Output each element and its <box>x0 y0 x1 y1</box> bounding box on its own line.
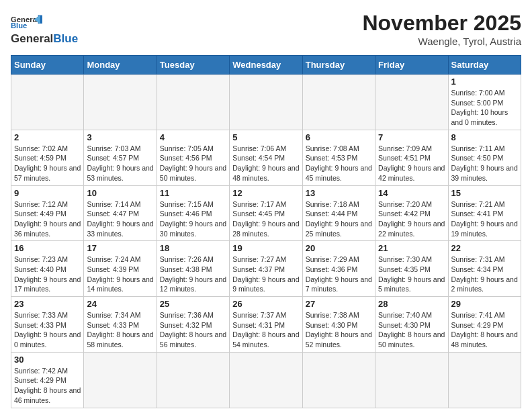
calendar-cell: 25Sunrise: 7:36 AM Sunset: 4:32 PM Dayli… <box>157 297 229 353</box>
calendar-cell: 23Sunrise: 7:33 AM Sunset: 4:33 PM Dayli… <box>11 297 84 353</box>
day-number: 5 <box>232 132 299 142</box>
day-number: 20 <box>306 243 372 253</box>
day-number: 25 <box>160 299 226 309</box>
day-number: 18 <box>160 243 226 253</box>
weekday-header-row: SundayMondayTuesdayWednesdayThursdayFrid… <box>11 56 521 75</box>
day-number: 1 <box>451 77 518 87</box>
day-info: Sunrise: 7:18 AM Sunset: 4:44 PM Dayligh… <box>306 199 372 239</box>
calendar-cell <box>375 75 448 130</box>
calendar-cell: 10Sunrise: 7:14 AM Sunset: 4:47 PM Dayli… <box>84 185 157 241</box>
calendar-cell: 29Sunrise: 7:41 AM Sunset: 4:29 PM Dayli… <box>448 297 521 353</box>
location-title: Waengle, Tyrol, Austria <box>362 36 521 47</box>
calendar-cell: 12Sunrise: 7:17 AM Sunset: 4:45 PM Dayli… <box>230 185 302 241</box>
day-number: 19 <box>232 243 299 253</box>
day-info: Sunrise: 7:42 AM Sunset: 4:29 PM Dayligh… <box>14 366 81 406</box>
day-info: Sunrise: 7:33 AM Sunset: 4:33 PM Dayligh… <box>14 310 81 350</box>
calendar-cell <box>375 352 448 408</box>
day-number: 22 <box>451 243 518 253</box>
day-number: 10 <box>87 188 153 198</box>
day-info: Sunrise: 7:27 AM Sunset: 4:37 PM Dayligh… <box>232 255 299 294</box>
svg-text:Blue: Blue <box>11 21 27 30</box>
calendar-cell: 19Sunrise: 7:27 AM Sunset: 4:37 PM Dayli… <box>230 241 302 297</box>
calendar-table: SundayMondayTuesdayWednesdayThursdayFrid… <box>11 55 521 408</box>
day-number: 24 <box>87 299 153 309</box>
calendar-cell: 22Sunrise: 7:31 AM Sunset: 4:34 PM Dayli… <box>448 241 521 297</box>
day-info: Sunrise: 7:29 AM Sunset: 4:36 PM Dayligh… <box>306 255 372 294</box>
weekday-friday: Friday <box>375 56 448 75</box>
day-info: Sunrise: 7:17 AM Sunset: 4:45 PM Dayligh… <box>232 199 299 239</box>
day-info: Sunrise: 7:08 AM Sunset: 4:53 PM Dayligh… <box>306 144 372 183</box>
calendar-cell: 20Sunrise: 7:29 AM Sunset: 4:36 PM Dayli… <box>302 241 375 297</box>
calendar-cell: 11Sunrise: 7:15 AM Sunset: 4:46 PM Dayli… <box>157 185 229 241</box>
day-number: 6 <box>306 132 372 142</box>
logo-icon: General Blue <box>11 12 44 31</box>
calendar-cell: 6Sunrise: 7:08 AM Sunset: 4:53 PM Daylig… <box>302 130 375 185</box>
calendar-cell <box>157 352 229 408</box>
day-number: 11 <box>160 188 226 198</box>
calendar-cell: 1Sunrise: 7:00 AM Sunset: 5:00 PM Daylig… <box>448 75 521 130</box>
calendar-cell: 30Sunrise: 7:42 AM Sunset: 4:29 PM Dayli… <box>11 352 84 408</box>
day-number: 16 <box>14 243 81 253</box>
day-number: 26 <box>232 299 299 309</box>
calendar-cell: 7Sunrise: 7:09 AM Sunset: 4:51 PM Daylig… <box>375 130 448 185</box>
weekday-sunday: Sunday <box>11 56 84 75</box>
calendar-cell <box>157 75 229 130</box>
calendar-cell: 3Sunrise: 7:03 AM Sunset: 4:57 PM Daylig… <box>84 130 157 185</box>
day-number: 4 <box>160 132 226 142</box>
day-info: Sunrise: 7:05 AM Sunset: 4:56 PM Dayligh… <box>160 144 226 183</box>
calendar-cell: 4Sunrise: 7:05 AM Sunset: 4:56 PM Daylig… <box>157 130 229 185</box>
day-info: Sunrise: 7:24 AM Sunset: 4:39 PM Dayligh… <box>87 255 153 294</box>
day-info: Sunrise: 7:40 AM Sunset: 4:30 PM Dayligh… <box>378 310 445 350</box>
day-number: 3 <box>87 132 153 142</box>
calendar-cell: 13Sunrise: 7:18 AM Sunset: 4:44 PM Dayli… <box>302 185 375 241</box>
day-info: Sunrise: 7:37 AM Sunset: 4:31 PM Dayligh… <box>232 310 299 350</box>
month-title: November 2025 <box>362 11 521 36</box>
calendar-cell <box>84 352 157 408</box>
day-info: Sunrise: 7:38 AM Sunset: 4:30 PM Dayligh… <box>306 310 372 350</box>
calendar-cell: 14Sunrise: 7:20 AM Sunset: 4:42 PM Dayli… <box>375 185 448 241</box>
weekday-wednesday: Wednesday <box>230 56 302 75</box>
day-number: 27 <box>306 299 372 309</box>
logo: General Blue General Blue <box>11 11 78 46</box>
day-number: 9 <box>14 188 81 198</box>
weekday-tuesday: Tuesday <box>157 56 229 75</box>
calendar-cell <box>302 75 375 130</box>
calendar-cell: 18Sunrise: 7:26 AM Sunset: 4:38 PM Dayli… <box>157 241 229 297</box>
calendar-cell <box>448 352 521 408</box>
day-number: 13 <box>306 188 372 198</box>
day-number: 2 <box>14 132 81 142</box>
day-info: Sunrise: 7:34 AM Sunset: 4:33 PM Dayligh… <box>87 310 153 350</box>
day-number: 8 <box>451 132 518 142</box>
calendar-cell <box>230 75 302 130</box>
day-info: Sunrise: 7:03 AM Sunset: 4:57 PM Dayligh… <box>87 144 153 183</box>
calendar-cell: 8Sunrise: 7:11 AM Sunset: 4:50 PM Daylig… <box>448 130 521 185</box>
day-number: 29 <box>451 299 518 309</box>
day-info: Sunrise: 7:09 AM Sunset: 4:51 PM Dayligh… <box>378 144 445 183</box>
day-number: 14 <box>378 188 445 198</box>
day-info: Sunrise: 7:31 AM Sunset: 4:34 PM Dayligh… <box>451 255 518 294</box>
calendar-cell: 2Sunrise: 7:02 AM Sunset: 4:59 PM Daylig… <box>11 130 84 185</box>
day-info: Sunrise: 7:26 AM Sunset: 4:38 PM Dayligh… <box>160 255 226 294</box>
day-info: Sunrise: 7:21 AM Sunset: 4:41 PM Dayligh… <box>451 199 518 239</box>
calendar-week-2: 2Sunrise: 7:02 AM Sunset: 4:59 PM Daylig… <box>11 130 521 185</box>
page-header: General Blue General Blue November 2025 … <box>11 11 521 47</box>
day-number: 21 <box>378 243 445 253</box>
logo-general: General <box>11 32 53 46</box>
day-info: Sunrise: 7:20 AM Sunset: 4:42 PM Dayligh… <box>378 199 445 239</box>
day-number: 15 <box>451 188 518 198</box>
day-info: Sunrise: 7:15 AM Sunset: 4:46 PM Dayligh… <box>160 199 226 239</box>
day-number: 23 <box>14 299 81 309</box>
day-number: 12 <box>232 188 299 198</box>
weekday-monday: Monday <box>84 56 157 75</box>
day-info: Sunrise: 7:11 AM Sunset: 4:50 PM Dayligh… <box>451 144 518 183</box>
calendar-cell: 24Sunrise: 7:34 AM Sunset: 4:33 PM Dayli… <box>84 297 157 353</box>
day-info: Sunrise: 7:14 AM Sunset: 4:47 PM Dayligh… <box>87 199 153 239</box>
day-number: 17 <box>87 243 153 253</box>
day-number: 28 <box>378 299 445 309</box>
day-info: Sunrise: 7:06 AM Sunset: 4:54 PM Dayligh… <box>232 144 299 183</box>
calendar-cell: 21Sunrise: 7:30 AM Sunset: 4:35 PM Dayli… <box>375 241 448 297</box>
calendar-cell: 9Sunrise: 7:12 AM Sunset: 4:49 PM Daylig… <box>11 185 84 241</box>
calendar-cell: 5Sunrise: 7:06 AM Sunset: 4:54 PM Daylig… <box>230 130 302 185</box>
day-info: Sunrise: 7:41 AM Sunset: 4:29 PM Dayligh… <box>451 310 518 350</box>
day-info: Sunrise: 7:30 AM Sunset: 4:35 PM Dayligh… <box>378 255 445 294</box>
